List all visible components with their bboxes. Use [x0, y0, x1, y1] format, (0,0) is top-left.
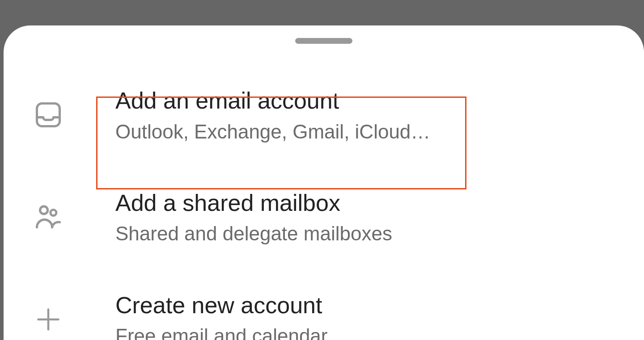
svg-point-1 [40, 206, 48, 214]
menu-item-text: Create new account Free email and calend… [115, 290, 327, 340]
menu-item-text: Add an email account Outlook, Exchange, … [115, 86, 430, 144]
menu-item-add-email-account[interactable]: Add an email account Outlook, Exchange, … [30, 75, 644, 155]
menu-item-title: Add an email account [115, 86, 430, 116]
menu-item-title: Create new account [115, 290, 327, 321]
menu-item-title: Add a shared mailbox [115, 188, 392, 218]
svg-rect-0 [37, 104, 60, 126]
people-icon [30, 199, 66, 235]
menu-item-subtitle: Shared and delegate mailboxes [115, 221, 392, 246]
menu-list: Add an email account Outlook, Exchange, … [4, 44, 644, 340]
plus-icon [30, 302, 66, 337]
menu-item-subtitle: Outlook, Exchange, Gmail, iCloud… [115, 119, 430, 144]
drag-handle[interactable] [295, 38, 352, 44]
svg-point-2 [51, 210, 56, 216]
menu-item-subtitle: Free email and calendar [115, 323, 327, 340]
menu-item-add-shared-mailbox[interactable]: Add a shared mailbox Shared and delegate… [30, 177, 644, 257]
inbox-icon [30, 97, 66, 133]
bottom-sheet: Add an email account Outlook, Exchange, … [4, 25, 644, 340]
menu-item-create-new-account[interactable]: Create new account Free email and calend… [30, 280, 644, 340]
menu-item-text: Add a shared mailbox Shared and delegate… [115, 188, 392, 247]
backdrop-content [36, 13, 58, 22]
